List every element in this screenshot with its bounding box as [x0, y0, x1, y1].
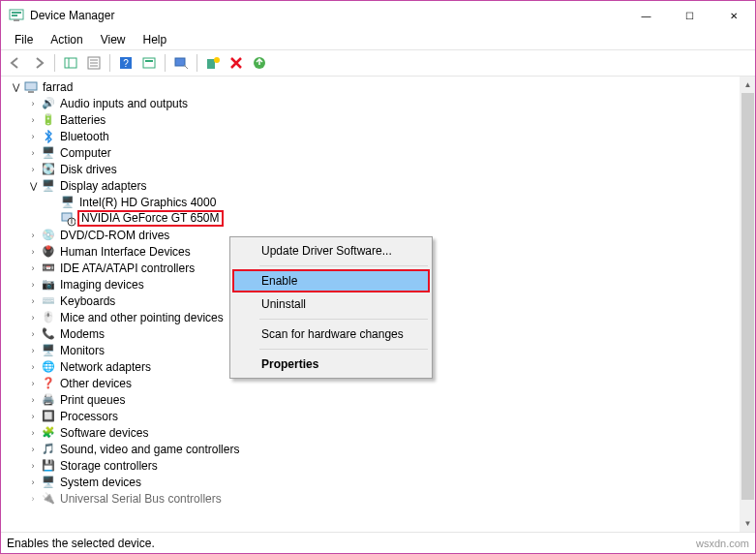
tree-label: Audio inputs and outputs — [60, 97, 188, 110]
tree-label: System devices — [60, 476, 141, 489]
expand-icon[interactable]: › — [26, 278, 40, 292]
show-hide-tree-button[interactable] — [60, 52, 81, 74]
update-driver-button[interactable] — [249, 52, 270, 74]
bluetooth-icon — [41, 129, 56, 144]
disk-icon: 💽 — [41, 162, 56, 177]
menu-separator — [259, 265, 428, 266]
help-button[interactable]: ? — [115, 52, 136, 74]
tree-label: NVIDIA GeForce GT 650M — [81, 212, 220, 225]
tree-item-audio[interactable]: ›🔊Audio inputs and outputs — [5, 95, 739, 111]
tree-item-bluetooth[interactable]: ›Bluetooth — [5, 128, 739, 144]
battery-icon: 🔋 — [41, 112, 56, 128]
forward-button[interactable] — [28, 52, 49, 74]
tree-item-computer[interactable]: ›🖥️Computer — [5, 144, 739, 161]
tree-item-display-adapters[interactable]: ⋁🖥️Display adapters — [5, 177, 739, 194]
enable-device-button[interactable] — [202, 52, 224, 74]
menu-action[interactable]: Action — [43, 31, 90, 48]
expand-icon[interactable]: › — [26, 163, 40, 176]
menu-file[interactable]: File — [7, 31, 41, 48]
tree-item-sound[interactable]: ›🎵Sound, video and game controllers — [5, 441, 739, 457]
other-icon: ❓ — [41, 376, 56, 391]
tree-item-batteries[interactable]: ›🔋Batteries — [5, 111, 739, 128]
collapse-icon[interactable]: ⋁ — [9, 80, 22, 94]
expand-icon[interactable]: › — [26, 476, 40, 489]
tree-item-intel-graphics[interactable]: 🖥️Intel(R) HD Graphics 4000 — [5, 194, 739, 210]
menu-view[interactable]: View — [93, 31, 134, 48]
context-uninstall[interactable]: Uninstall — [232, 292, 430, 316]
expand-icon[interactable]: › — [26, 229, 40, 242]
expand-icon[interactable]: › — [26, 377, 40, 390]
tree-label: Storage controllers — [60, 459, 158, 473]
expand-icon[interactable]: › — [26, 410, 40, 423]
properties-button[interactable] — [83, 52, 105, 74]
maximize-button[interactable]: ☐ — [668, 1, 711, 30]
expand-icon[interactable]: › — [26, 113, 40, 127]
tree-root[interactable]: ⋁ farrad — [5, 78, 739, 95]
toolbar-icon-1[interactable] — [138, 52, 160, 74]
uninstall-button[interactable] — [226, 52, 247, 74]
expand-icon[interactable]: › — [26, 327, 40, 341]
content-area: ⋁ farrad ›🔊Audio inputs and outputs ›🔋Ba… — [1, 77, 755, 532]
device-tree[interactable]: ⋁ farrad ›🔊Audio inputs and outputs ›🔋Ba… — [1, 77, 739, 532]
context-menu: Update Driver Software... Enable Uninsta… — [229, 236, 433, 379]
window-title: Device Manager — [30, 9, 114, 22]
expand-icon[interactable]: › — [26, 146, 40, 160]
hid-icon: 🖲️ — [41, 244, 56, 260]
context-enable[interactable]: Enable — [232, 269, 430, 292]
expand-icon[interactable]: › — [26, 492, 40, 506]
tree-label: Intel(R) HD Graphics 4000 — [79, 196, 216, 209]
software-icon: 🧩 — [41, 425, 56, 441]
scroll-up-button[interactable]: ▲ — [740, 77, 756, 93]
expand-icon[interactable]: › — [26, 360, 40, 374]
expand-icon[interactable]: › — [26, 130, 40, 143]
expand-icon[interactable]: › — [26, 311, 40, 324]
expand-icon[interactable]: › — [26, 443, 40, 456]
tree-label: Other devices — [60, 377, 132, 390]
display-icon: 🖥️ — [60, 195, 76, 210]
cpu-icon: 🔲 — [41, 409, 56, 424]
tree-item-software[interactable]: ›🧩Software devices — [5, 424, 739, 441]
scroll-thumb[interactable] — [741, 93, 754, 500]
tree-label: Human Interface Devices — [60, 245, 191, 259]
tree-item-print[interactable]: ›🖨️Print queues — [5, 391, 739, 408]
mouse-icon: 🖱️ — [41, 310, 56, 325]
menu-separator — [259, 349, 428, 350]
tree-item-storage[interactable]: ›💾Storage controllers — [5, 457, 739, 474]
vertical-scrollbar[interactable]: ▲ ▼ — [739, 77, 755, 532]
close-button[interactable]: ✕ — [711, 1, 755, 30]
tree-item-disk[interactable]: ›💽Disk drives — [5, 161, 739, 177]
context-update-driver[interactable]: Update Driver Software... — [232, 239, 430, 262]
tree-item-usb[interactable]: ›🔌Universal Serial Bus controllers — [5, 490, 739, 507]
menu-separator — [259, 319, 428, 320]
expand-icon[interactable]: › — [26, 97, 40, 110]
tree-item-nvidia-graphics[interactable]: NVIDIA GeForce GT 650M — [5, 210, 739, 227]
collapse-icon[interactable]: ⋁ — [26, 179, 40, 193]
display-icon: 🖥️ — [41, 178, 56, 194]
tree-label: Network adapters — [60, 360, 151, 374]
svg-rect-15 — [207, 59, 215, 69]
display-disabled-icon — [60, 211, 76, 227]
scroll-down-button[interactable]: ▼ — [740, 515, 756, 532]
svg-rect-19 — [28, 91, 34, 93]
tree-root-label: farrad — [43, 80, 73, 94]
context-scan-hardware[interactable]: Scan for hardware changes — [232, 323, 430, 346]
tree-item-processors[interactable]: ›🔲Processors — [5, 408, 739, 424]
expand-icon[interactable]: › — [26, 262, 40, 275]
tree-item-system[interactable]: ›🖥️System devices — [5, 474, 739, 490]
menu-help[interactable]: Help — [136, 31, 175, 48]
scan-hardware-button[interactable] — [170, 52, 192, 74]
expand-icon[interactable]: › — [26, 294, 40, 308]
tree-label: Computer — [60, 146, 111, 160]
context-properties[interactable]: Properties — [232, 353, 430, 376]
expand-icon[interactable]: › — [26, 393, 40, 407]
statusbar: Enables the selected device. wsxdn.com — [1, 532, 755, 553]
minimize-button[interactable]: — — [624, 1, 668, 30]
tree-label: Sound, video and game controllers — [60, 443, 239, 456]
back-button[interactable] — [5, 52, 26, 74]
expand-icon[interactable]: › — [26, 459, 40, 473]
expand-icon[interactable]: › — [26, 245, 40, 259]
tree-label: Modems — [60, 327, 105, 341]
audio-icon: 🔊 — [41, 96, 56, 111]
expand-icon[interactable]: › — [26, 426, 40, 440]
expand-icon[interactable]: › — [26, 344, 40, 357]
